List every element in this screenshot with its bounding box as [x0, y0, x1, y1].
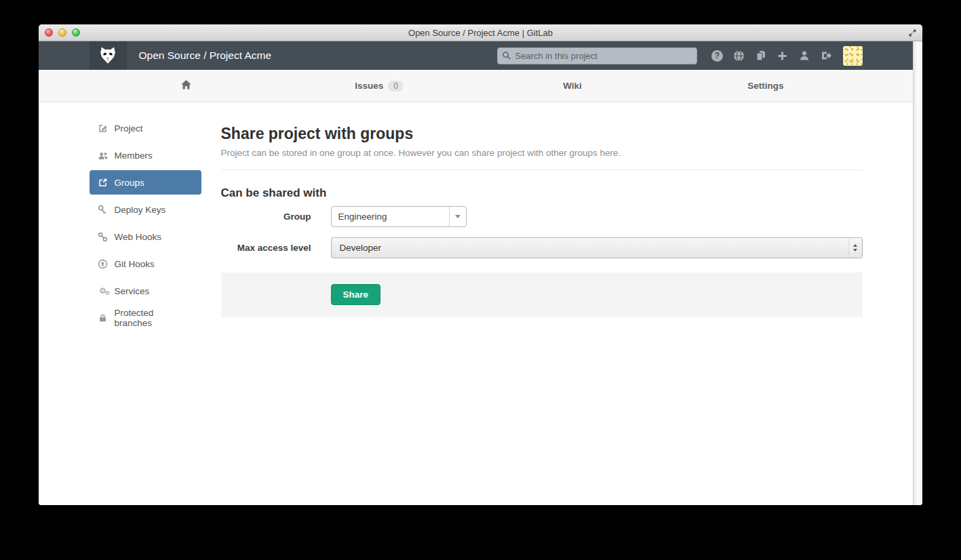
nav-settings[interactable]: Settings	[669, 70, 863, 102]
page-description: Project can be stored in one group at on…	[221, 148, 863, 158]
search-icon	[502, 51, 511, 63]
files-icon	[756, 50, 766, 61]
settings-sidebar: Project Members	[90, 116, 201, 333]
share-square-icon	[98, 178, 109, 188]
section-heading: Can be shared with	[221, 186, 863, 200]
sidebar-item-deploy-keys[interactable]: Deploy Keys	[90, 197, 201, 222]
nav-issues[interactable]: Issues 0	[283, 70, 476, 102]
plus-icon	[777, 51, 787, 61]
divider	[221, 169, 863, 170]
max-access-select-value: Developer	[332, 243, 848, 253]
zoom-window-button[interactable]	[72, 28, 80, 37]
nav-wiki-label: Wiki	[563, 81, 582, 91]
help-icon: ?	[711, 50, 723, 62]
max-access-label: Max access level	[221, 237, 311, 258]
home-icon	[180, 79, 192, 92]
max-access-select[interactable]: Developer	[331, 237, 863, 258]
group-select[interactable]: Engineering	[331, 206, 467, 227]
fullscreen-icon[interactable]	[907, 27, 918, 39]
share-button[interactable]: Share	[331, 284, 381, 305]
group-form-row: Group Engineering	[221, 206, 863, 227]
users-icon	[98, 151, 109, 161]
group-select-value: Engineering	[332, 212, 449, 222]
sidebar-item-project[interactable]: Project	[90, 116, 201, 140]
issues-count-badge: 0	[388, 81, 404, 92]
window-scrollbar[interactable]	[913, 41, 922, 505]
project-nav: Issues 0 Wiki Settings	[39, 70, 913, 102]
sidebar-item-members[interactable]: Members	[90, 143, 201, 167]
sidebar-item-label: Deploy Keys	[115, 205, 166, 215]
snippets-button[interactable]	[750, 46, 772, 65]
traffic-lights	[45, 28, 80, 37]
chevron-down-icon	[449, 207, 466, 226]
explore-button[interactable]	[728, 46, 750, 65]
user-icon	[799, 50, 810, 61]
nav-wiki[interactable]: Wiki	[476, 70, 669, 102]
profile-button[interactable]	[793, 46, 815, 65]
sidebar-item-label: Web Hooks	[115, 232, 162, 242]
tanuki-logo-icon	[98, 45, 118, 66]
pencil-square-icon	[98, 123, 109, 134]
search-box	[497, 47, 697, 64]
sign-out-button[interactable]	[815, 46, 837, 65]
sidebar-item-label: Git Hooks	[115, 259, 155, 269]
lock-icon	[98, 313, 109, 323]
form-actions: Share	[221, 273, 863, 317]
window-titlebar: Open Source / Project Acme | GitLab	[39, 24, 922, 41]
search-input[interactable]	[497, 47, 697, 64]
new-project-button[interactable]	[772, 46, 793, 65]
sidebar-item-groups[interactable]: Groups	[90, 170, 201, 195]
sidebar-item-services[interactable]: ⚙⚙ Services	[90, 279, 201, 303]
window-title: Open Source / Project Acme | GitLab	[408, 28, 553, 38]
sidebar-item-git-hooks[interactable]: Git Hooks	[90, 252, 201, 276]
page-title: Share project with groups	[221, 125, 863, 143]
key-icon	[98, 205, 109, 215]
nav-home[interactable]	[90, 70, 283, 102]
nav-issues-label: Issues	[355, 81, 383, 91]
main-panel: Share project with groups Project can be…	[221, 116, 863, 333]
content-area: Project Members	[39, 102, 913, 505]
sidebar-item-label: Groups	[115, 178, 144, 188]
link-icon	[98, 232, 109, 242]
close-window-button[interactable]	[45, 28, 53, 37]
gitlab-logo[interactable]	[90, 41, 127, 70]
macos-window: Open Source / Project Acme | GitLab	[39, 24, 922, 505]
sidebar-item-protected-branches[interactable]: Protected branches	[90, 306, 201, 330]
globe-icon	[733, 50, 745, 62]
app-header: Open Source / Project Acme ?	[39, 41, 913, 70]
group-label: Group	[221, 206, 311, 227]
sidebar-item-web-hooks[interactable]: Web Hooks	[90, 224, 201, 249]
arrow-circle-up-icon	[98, 259, 109, 269]
sidebar-item-label: Services	[115, 286, 150, 296]
minimize-window-button[interactable]	[58, 28, 66, 37]
sidebar-item-label: Members	[115, 151, 153, 161]
select-stepper-icon	[848, 238, 862, 258]
help-button[interactable]: ?	[707, 46, 728, 65]
sidebar-item-label: Protected branches	[114, 308, 193, 328]
sidebar-item-label: Project	[115, 123, 143, 134]
project-breadcrumb-title: Open Source / Project Acme	[139, 49, 272, 62]
gears-icon: ⚙⚙	[98, 287, 109, 295]
max-access-form-row: Max access level Developer	[221, 237, 863, 258]
nav-settings-label: Settings	[747, 81, 783, 91]
sign-out-icon	[821, 50, 831, 61]
user-avatar[interactable]	[843, 46, 863, 66]
